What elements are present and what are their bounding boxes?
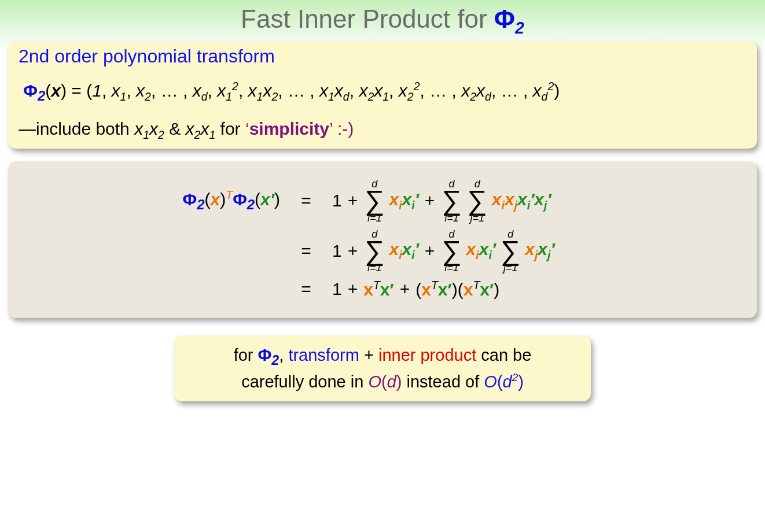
- slide-title: Fast Inner Product for Φ2: [8, 5, 757, 38]
- derivation-line-1: Φ2(x)TΦ2(x′) = 1 + d ∑ i=1 xixi′ + d ∑ i…: [31, 179, 734, 223]
- sum-icon: d ∑ i=1: [442, 179, 461, 223]
- sum-icon: d ∑ i=1: [442, 229, 461, 274]
- conclusion-box: for Φ2, transform + inner product can be…: [174, 335, 591, 401]
- derivation-box: Φ2(x)TΦ2(x′) = 1 + d ∑ i=1 xixi′ + d ∑ i…: [8, 161, 757, 319]
- definition-box: 2nd order polynomial transform Φ2(x) = (…: [8, 41, 757, 149]
- derivation-line-3: = 1 + xTx′ + (xTx′)(xTx′): [31, 279, 734, 300]
- definition-note: —include both x1x2 & x2x1 for ‘simplicit…: [19, 119, 746, 142]
- derivation-lhs: Φ2(x)TΦ2(x′): [31, 189, 280, 213]
- sum-icon: d ∑ i=1: [365, 179, 384, 223]
- definition-formula: Φ2(x) = (1, x1, x2, … , xd, x12, x1x2, ……: [19, 80, 746, 104]
- sum-icon: d ∑ j=1: [468, 179, 487, 223]
- sum-icon: d ∑ i=1: [365, 229, 384, 274]
- sum-icon: d ∑ j=1: [501, 229, 520, 274]
- definition-heading: 2nd order polynomial transform: [19, 46, 746, 67]
- title-phi: Φ2: [494, 5, 524, 33]
- derivation-line-2: = 1 + d ∑ i=1 xixi′ + d ∑ i=1 xixi′ d: [31, 229, 734, 274]
- conclusion-line-2: carefully done in O(d) instead of O(d2): [192, 370, 573, 394]
- conclusion-line-1: for Φ2, transform + inner product can be: [192, 343, 573, 370]
- title-prefix: Fast Inner Product for: [241, 5, 494, 33]
